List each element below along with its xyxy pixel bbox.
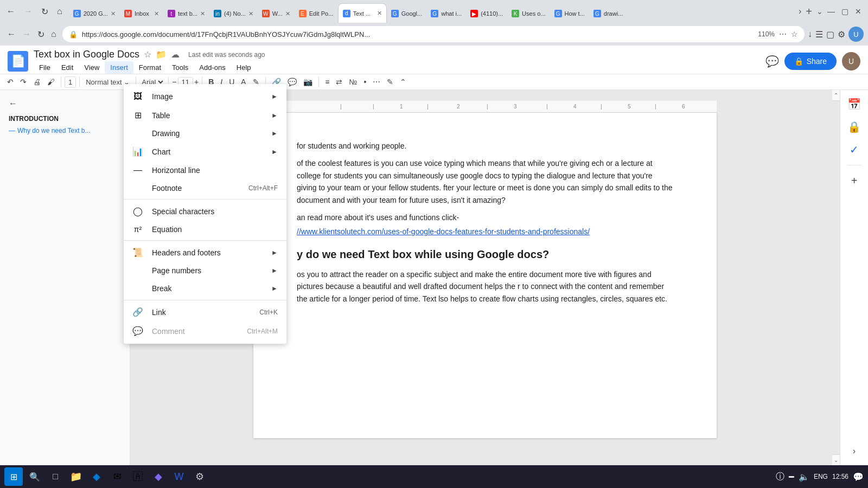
hline-menu-icon: — <box>132 165 143 175</box>
menu-item-page-numbers[interactable]: Page numbers ► <box>124 262 286 279</box>
menu-item-table[interactable]: ⊞ Table ► <box>124 106 286 125</box>
vs-btn[interactable]: ◆ <box>150 468 167 485</box>
chart-menu-arrow: ► <box>271 148 278 156</box>
link-menu-icon: 🔗 <box>132 307 143 317</box>
menu-item-equation[interactable]: π² Equation <box>124 221 286 238</box>
page-numbers-label: Page numbers <box>152 266 263 275</box>
menu-item-image[interactable]: 🖼 Image ► <box>124 87 286 106</box>
chart-menu-label: Chart <box>152 147 263 156</box>
widgets-btn[interactable]: □ <box>47 468 64 485</box>
menu-sep-2 <box>124 240 286 241</box>
table-menu-label: Table <box>152 111 263 120</box>
image-menu-icon: 🖼 <box>132 92 143 101</box>
special-chars-label: Special characters <box>152 207 278 216</box>
notification-btn[interactable]: 💬 <box>853 472 864 482</box>
time-display: 12:56 <box>832 473 848 480</box>
break-icon: ​ <box>132 284 143 293</box>
menu-item-chart[interactable]: 📊 Chart ► <box>124 142 286 161</box>
menu-item-drawing[interactable]: Drawing ► <box>124 125 286 142</box>
image-menu-arrow: ► <box>271 93 278 100</box>
footnote-menu-label: Footnote <box>152 184 240 192</box>
footnote-menu-shortcut: Ctrl+Alt+F <box>248 184 278 192</box>
volume-icon[interactable]: 🔈 <box>799 472 809 482</box>
settings-taskbar-btn[interactable]: ⚙ <box>191 468 208 485</box>
files-btn[interactable]: 📁 <box>67 468 85 485</box>
start-btn[interactable]: ⊞ <box>4 467 23 486</box>
headers-label: Headers and footers <box>152 248 263 257</box>
store-btn[interactable]: 🇦 <box>129 468 146 485</box>
image-menu-label: Image <box>152 92 263 101</box>
edge-btn[interactable]: ◆ <box>88 468 105 485</box>
break-arrow: ► <box>271 285 278 292</box>
menu-item-horizontal-line[interactable]: — Horizontal line <box>124 161 286 179</box>
hline-menu-label: Horizontal line <box>152 166 278 175</box>
drawing-menu-arrow: ► <box>271 130 278 137</box>
comment-menu-label: Comment <box>152 327 238 336</box>
help-icon[interactable]: ⓘ <box>776 471 784 483</box>
menu-item-footnote[interactable]: Footnote Ctrl+Alt+F <box>124 179 286 197</box>
headers-icon: 📜 <box>132 247 143 258</box>
clock: 12:56 <box>832 473 848 480</box>
headers-arrow: ► <box>271 249 278 256</box>
comment-menu-icon: 💬 <box>132 326 143 336</box>
page-numbers-arrow: ► <box>271 267 278 274</box>
search-taskbar-btn[interactable]: 🔍 <box>26 468 43 485</box>
lang-label: ENG <box>814 473 828 480</box>
table-menu-arrow: ► <box>271 112 278 119</box>
equation-icon: π² <box>132 225 143 234</box>
menu-item-break[interactable]: ​ Break ► <box>124 279 286 298</box>
link-menu-label: Link <box>152 308 251 317</box>
word-btn[interactable]: W <box>170 468 188 485</box>
mail-btn[interactable]: ✉ <box>108 468 126 485</box>
table-menu-icon: ⊞ <box>132 110 143 120</box>
network-icon[interactable]: ━ <box>789 472 794 482</box>
menu-item-headers-footers[interactable]: 📜 Headers and footers ► <box>124 243 286 262</box>
menu-item-special-chars[interactable]: ◯ Special characters <box>124 202 286 221</box>
menu-item-link[interactable]: 🔗 Link Ctrl+K <box>124 303 286 322</box>
insert-dropdown-menu: 🖼 Image ► ⊞ Table ► Drawing ► 📊 Chart ► … <box>124 84 286 344</box>
taskbar-right: ⓘ ━ 🔈 ENG 12:56 💬 <box>776 471 864 483</box>
menu-sep-1 <box>124 199 286 200</box>
link-menu-shortcut: Ctrl+K <box>259 309 278 316</box>
break-label: Break <box>152 284 263 293</box>
chart-menu-icon: 📊 <box>132 146 143 157</box>
comment-menu-shortcut: Ctrl+Alt+M <box>247 328 278 335</box>
taskbar: ⊞ 🔍 □ 📁 ◆ ✉ 🇦 ◆ W ⚙ ⓘ ━ 🔈 ENG 12:56 💬 <box>0 465 868 488</box>
menu-item-comment[interactable]: 💬 Comment Ctrl+Alt+M <box>124 322 286 341</box>
menu-sep-3 <box>124 300 286 300</box>
equation-label: Equation <box>152 225 278 234</box>
drawing-menu-label: Drawing <box>152 129 263 138</box>
special-chars-icon: ◯ <box>132 206 143 216</box>
